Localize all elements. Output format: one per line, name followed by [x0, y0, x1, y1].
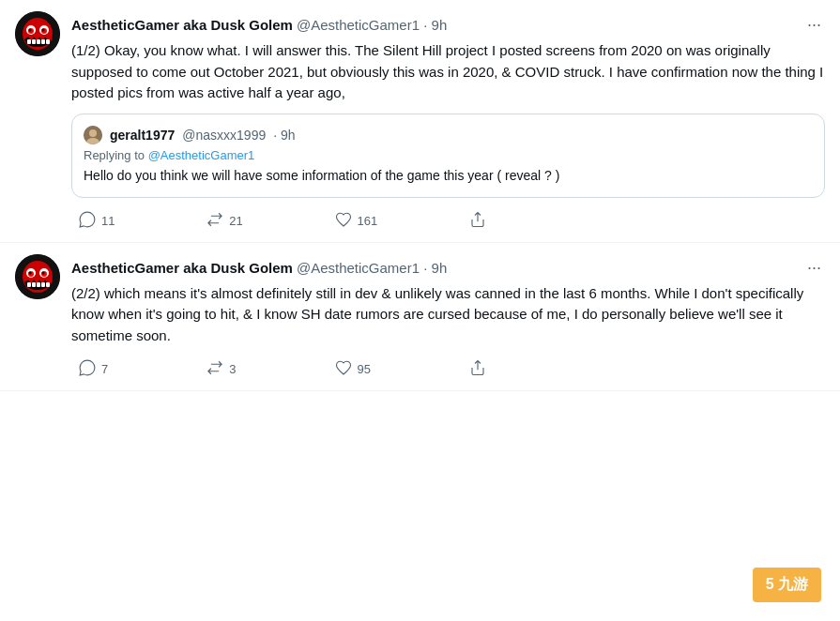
retweet-button[interactable]: 3: [199, 356, 243, 383]
quoted-display-name: geralt1977: [110, 128, 175, 143]
watermark-text: 5 九游: [766, 576, 808, 592]
username: @AestheticGamer1: [297, 260, 420, 276]
quoted-header: geralt1977 @nasxxx1999 · 9h: [84, 126, 813, 144]
username-time: @AestheticGamer1 · 9h: [297, 260, 447, 276]
like-count: 161: [358, 214, 378, 228]
share-icon: [469, 211, 486, 231]
svg-rect-25: [32, 282, 36, 287]
reply-count: 7: [101, 362, 108, 376]
avatar: [15, 254, 60, 299]
svg-point-22: [29, 271, 32, 274]
quoted-text: Hello do you think we will have some inf…: [84, 166, 813, 186]
like-count: 95: [358, 362, 371, 376]
replying-to-link[interactable]: @AestheticGamer1: [148, 148, 255, 162]
time: 9h: [432, 260, 448, 276]
quoted-username: @nasxxx1999: [182, 128, 266, 143]
svg-rect-26: [37, 282, 40, 287]
tweet-text: (1/2) Okay, you know what. I will answer…: [71, 40, 825, 104]
svg-rect-8: [27, 39, 31, 44]
retweet-icon: [206, 359, 223, 379]
username-time: @AestheticGamer1 · 9h: [297, 17, 447, 33]
share-button[interactable]: [462, 356, 494, 383]
reply-count: 11: [101, 214, 115, 228]
tweet-item: AestheticGamer aka Dusk Golem @Aesthetic…: [0, 243, 840, 392]
tweet-actions: 7 3 95: [71, 356, 494, 383]
svg-point-6: [29, 29, 32, 32]
like-button[interactable]: 95: [328, 356, 378, 383]
twitter-feed: AestheticGamer aka Dusk Golem @Aesthetic…: [0, 0, 840, 391]
like-icon: [335, 211, 352, 231]
quoted-avatar: [84, 126, 102, 144]
display-name: AestheticGamer aka Dusk Golem: [71, 17, 293, 33]
svg-rect-11: [41, 39, 45, 44]
display-name: AestheticGamer aka Dusk Golem: [71, 260, 293, 276]
quoted-tweet[interactable]: geralt1977 @nasxxx1999 · 9h Replying to …: [71, 114, 825, 198]
svg-point-23: [42, 271, 45, 274]
watermark-badge: 5 九游: [753, 568, 821, 602]
like-button[interactable]: 161: [328, 207, 386, 235]
svg-rect-10: [37, 39, 40, 44]
svg-rect-28: [46, 282, 50, 287]
quoted-time: · 9h: [273, 128, 295, 143]
tweet-text: (2/2) which means it's almost definitely…: [71, 283, 825, 347]
more-options-icon[interactable]: ···: [803, 254, 825, 281]
reply-button[interactable]: 11: [71, 207, 122, 235]
more-options-icon[interactable]: ···: [803, 11, 825, 38]
tweet-header-left: AestheticGamer aka Dusk Golem @Aesthetic…: [71, 17, 447, 33]
tweet-body: AestheticGamer aka Dusk Golem @Aesthetic…: [71, 11, 825, 235]
svg-rect-12: [46, 39, 50, 44]
tweet-header: AestheticGamer aka Dusk Golem @Aesthetic…: [71, 254, 825, 281]
tweet-item: AestheticGamer aka Dusk Golem @Aesthetic…: [0, 0, 840, 243]
tweet-header-left: AestheticGamer aka Dusk Golem @Aesthetic…: [71, 260, 447, 276]
tweet-body: AestheticGamer aka Dusk Golem @Aesthetic…: [71, 254, 825, 384]
reply-button[interactable]: 7: [71, 356, 115, 383]
svg-point-14: [89, 129, 97, 137]
svg-rect-9: [32, 39, 36, 44]
username: @AestheticGamer1: [297, 17, 420, 33]
reply-icon: [79, 359, 96, 379]
retweet-count: 21: [229, 214, 242, 228]
svg-rect-24: [27, 282, 31, 287]
tweet-header: AestheticGamer aka Dusk Golem @Aesthetic…: [71, 11, 825, 38]
retweet-button[interactable]: 21: [199, 207, 250, 235]
share-button[interactable]: [462, 207, 494, 235]
like-icon: [335, 359, 352, 379]
time: 9h: [432, 17, 448, 33]
share-icon: [469, 359, 486, 379]
reply-icon: [79, 211, 96, 231]
retweet-count: 3: [229, 362, 236, 376]
svg-rect-27: [41, 282, 45, 287]
svg-point-7: [42, 29, 45, 32]
tweet-actions: 11 21 161: [71, 207, 494, 235]
avatar: [15, 11, 60, 56]
retweet-icon: [206, 211, 223, 231]
replying-to: Replying to @AestheticGamer1: [84, 148, 813, 162]
